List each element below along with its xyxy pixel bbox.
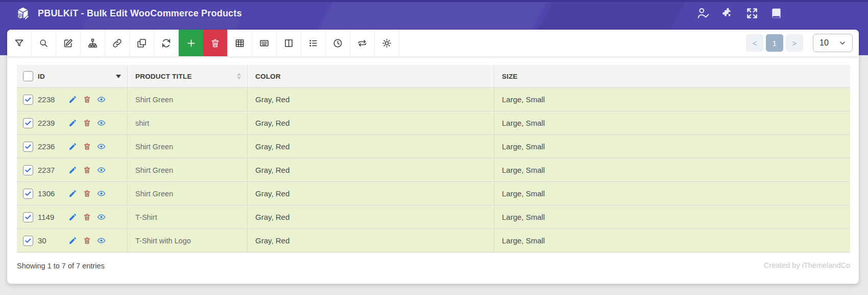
product-size-cell: Large, Small — [494, 111, 850, 134]
table-row: 2238 Shirt Green Gray, Red Large, Small — [17, 88, 850, 111]
column-label-size: SIZE — [502, 73, 518, 80]
settings-button[interactable] — [375, 30, 399, 56]
edit-pencil-icon[interactable] — [68, 166, 77, 175]
showing-entries-text: Showing 1 to 7 of 7 entries — [17, 262, 105, 270]
view-eye-icon[interactable] — [97, 189, 106, 198]
check-icon — [25, 96, 32, 103]
row-checkbox[interactable] — [23, 189, 33, 199]
delete-trash-icon[interactable] — [82, 166, 91, 175]
check-icon — [25, 190, 32, 197]
product-title-cell: shirt — [128, 111, 248, 134]
delete-trash-icon[interactable] — [82, 95, 91, 104]
split-columns-button[interactable] — [277, 30, 301, 56]
puzzle-icon[interactable] — [721, 7, 734, 20]
main-panel: < 1 > 10 ID PRODUCT TITLE COLOR — [7, 30, 859, 284]
history-button[interactable] — [326, 30, 350, 56]
row-checkbox[interactable] — [23, 212, 33, 222]
view-eye-icon[interactable] — [97, 236, 106, 245]
select-all-checkbox[interactable] — [23, 71, 33, 81]
product-size-cell: Large, Small — [494, 158, 850, 181]
product-title-cell: Shirt Green — [128, 158, 248, 181]
header-icon-group — [696, 7, 783, 20]
row-checkbox[interactable] — [23, 142, 33, 152]
table-row: 1306 Shirt Green Gray, Red Large, Small — [17, 182, 850, 206]
row-actions — [68, 236, 106, 245]
view-eye-icon[interactable] — [97, 119, 106, 128]
header-cell-size[interactable]: SIZE — [494, 65, 850, 87]
product-size-cell: Large, Small — [494, 206, 850, 229]
fullscreen-icon[interactable] — [745, 7, 759, 20]
app-title: PBULKiT - Bulk Edit WooCommerce Products — [38, 8, 242, 19]
row-checkbox[interactable] — [23, 95, 33, 105]
edit-pencil-icon[interactable] — [68, 236, 77, 245]
edit-pencil-icon[interactable] — [68, 119, 77, 128]
product-title-cell: T-Shirt — [128, 206, 248, 229]
user-check-icon[interactable] — [696, 7, 710, 20]
chevron-down-icon — [839, 39, 846, 47]
column-label-id[interactable]: ID — [38, 73, 45, 80]
row-cell-id: 1149 — [17, 206, 128, 229]
toolbar-buttons — [7, 30, 399, 56]
product-color-cell: Gray, Red — [248, 88, 494, 111]
delete-trash-icon[interactable] — [82, 189, 91, 198]
page-size-select[interactable]: 10 — [813, 34, 853, 52]
delete-trash-icon[interactable] — [82, 119, 91, 128]
keyboard-button[interactable] — [252, 30, 277, 56]
keyboard-icon — [259, 38, 270, 49]
row-actions — [68, 142, 106, 151]
refresh-button[interactable] — [154, 30, 179, 56]
delete-trash-icon[interactable] — [82, 142, 91, 151]
check-icon — [25, 167, 32, 174]
edit-button[interactable] — [56, 30, 81, 56]
link-button[interactable] — [105, 30, 130, 56]
sync-icon — [357, 38, 368, 49]
search-icon — [38, 38, 49, 49]
product-color-cell: Gray, Red — [248, 135, 494, 158]
pagination-prev-button[interactable]: < — [746, 34, 763, 52]
edit-pencil-icon[interactable] — [68, 213, 77, 222]
table-row: 2237 Shirt Green Gray, Red Large, Small — [17, 158, 850, 182]
edit-pencil-icon[interactable] — [68, 142, 77, 151]
toolbar-right: < 1 > 10 — [746, 30, 859, 56]
book-icon[interactable] — [770, 7, 783, 20]
pbulkit-logo-icon: P — [15, 6, 31, 21]
edit-pencil-icon[interactable] — [68, 189, 77, 198]
header-cell-product-title[interactable]: PRODUCT TITLE — [128, 65, 248, 87]
split-columns-icon — [283, 38, 294, 49]
product-size-cell: Large, Small — [494, 135, 850, 158]
view-eye-icon[interactable] — [97, 95, 106, 104]
add-button[interactable] — [179, 30, 203, 56]
search-button[interactable] — [32, 30, 56, 56]
product-title-cell: T-Shirt with Logo — [128, 229, 248, 252]
delete-button[interactable] — [203, 30, 228, 56]
view-eye-icon[interactable] — [97, 166, 106, 175]
refresh-icon — [161, 38, 172, 49]
row-cell-id: 2239 — [17, 111, 128, 134]
table-row: 1149 T-Shirt Gray, Red Large, Small — [17, 206, 850, 229]
toolbar: < 1 > 10 — [7, 30, 859, 56]
header-cell-color[interactable]: COLOR — [248, 65, 494, 87]
products-table: ID PRODUCT TITLE COLOR SIZE 2238 — [17, 65, 850, 253]
sync-button[interactable] — [350, 30, 375, 56]
pagination-next-button[interactable]: > — [786, 34, 803, 52]
sitemap-button[interactable] — [81, 30, 105, 56]
row-actions — [68, 189, 106, 198]
row-checkbox[interactable] — [23, 118, 33, 128]
sort-both-icon[interactable] — [237, 73, 241, 80]
list-button[interactable] — [301, 30, 326, 56]
delete-trash-icon[interactable] — [82, 236, 91, 245]
delete-icon — [210, 38, 221, 49]
pagination-current-page[interactable]: 1 — [766, 34, 783, 52]
duplicate-button[interactable] — [130, 30, 154, 56]
table-grid-button[interactable] — [228, 30, 252, 56]
row-checkbox[interactable] — [23, 236, 33, 246]
delete-trash-icon[interactable] — [82, 213, 91, 222]
product-id: 30 — [38, 236, 46, 245]
row-checkbox[interactable] — [23, 165, 33, 175]
filter-button[interactable] — [7, 30, 32, 56]
view-eye-icon[interactable] — [97, 142, 106, 151]
product-id: 1306 — [38, 189, 55, 198]
view-eye-icon[interactable] — [97, 213, 106, 222]
sort-desc-icon[interactable] — [116, 75, 121, 78]
edit-pencil-icon[interactable] — [68, 95, 77, 104]
